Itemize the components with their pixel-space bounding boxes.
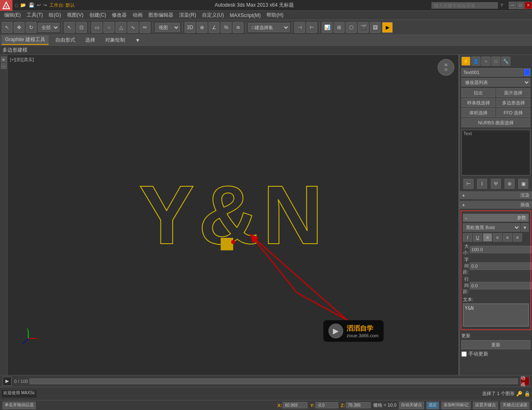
- auto-key-btn[interactable]: 自动关键点: [399, 402, 424, 409]
- menu-customize[interactable]: 自定义(U): [200, 11, 227, 20]
- vol-select-btn[interactable]: 体积选择: [461, 108, 495, 117]
- rect-select[interactable]: ▭: [91, 22, 102, 33]
- paint-tab[interactable]: 对象绘制: [102, 36, 128, 44]
- obj-color-box[interactable]: [524, 69, 530, 76]
- modifier-dropdown[interactable]: 修改器列表: [461, 78, 530, 86]
- play-btn[interactable]: ▶: [2, 377, 12, 386]
- graph-edit[interactable]: 📊: [322, 22, 332, 33]
- menu-group[interactable]: 组(G): [46, 11, 63, 20]
- underline-btn[interactable]: U: [473, 233, 482, 242]
- menu-help[interactable]: 帮助(H): [264, 11, 286, 20]
- render-btn[interactable]: ▶: [382, 22, 393, 33]
- y-coord-input[interactable]: [315, 402, 338, 408]
- lt-btn-2[interactable]: ↔: [1, 63, 7, 69]
- viewport-nav-cube[interactable]: NU: [438, 59, 454, 76]
- tab-utilities[interactable]: 🔧: [501, 57, 510, 66]
- align-btn[interactable]: ⊢: [306, 22, 317, 33]
- search-input[interactable]: [431, 2, 498, 9]
- circle-select[interactable]: ○: [103, 22, 114, 33]
- leading-input[interactable]: [470, 282, 530, 289]
- tab-modify[interactable]: ⚡: [461, 57, 470, 66]
- angle-snap[interactable]: ∠: [209, 22, 219, 33]
- material-editor[interactable]: ⬡: [346, 22, 357, 33]
- patch-select-btn[interactable]: 面片选择: [496, 88, 530, 97]
- render-section-header[interactable]: + 渲染: [460, 191, 532, 199]
- select-tool[interactable]: ↖: [2, 22, 12, 33]
- extrude-btn[interactable]: 拉出: [461, 88, 495, 97]
- help-btn[interactable]: 单击并拖动以选择并移动对象: [2, 402, 36, 409]
- render-frame[interactable]: 🖼: [370, 22, 381, 33]
- menu-render[interactable]: 渲染(R): [177, 11, 199, 20]
- align-justify-btn[interactable]: ≡: [513, 233, 522, 242]
- named-select[interactable]: □建选择集: [248, 23, 290, 32]
- window-cross[interactable]: ⊡: [76, 22, 87, 33]
- align-left-icon[interactable]: ⊢: [463, 179, 473, 189]
- view-dropdown[interactable]: 视图: [155, 23, 180, 32]
- minimize-btn[interactable]: ─: [509, 2, 516, 9]
- font-browser-btn[interactable]: ▼: [521, 223, 529, 232]
- size-input[interactable]: [470, 246, 530, 253]
- interpolation-section-header[interactable]: + 插值: [460, 201, 532, 209]
- paint-select[interactable]: ✏: [140, 22, 150, 33]
- manual-update-checkbox[interactable]: [461, 351, 467, 357]
- snap-3d[interactable]: 3D: [185, 22, 195, 33]
- nurbs-btn[interactable]: NURBS 曲面选择: [461, 118, 530, 127]
- rotate-tool[interactable]: ↻: [26, 22, 37, 33]
- align-center-icon[interactable]: I: [477, 179, 487, 189]
- kerning-input[interactable]: [470, 262, 530, 270]
- lasso-select[interactable]: ∿: [128, 22, 138, 33]
- maximize-btn[interactable]: □: [517, 2, 524, 9]
- more-arrow[interactable]: ▼: [132, 37, 143, 44]
- spinner-snap[interactable]: ≋: [233, 22, 244, 33]
- update-btn[interactable]: 更新: [461, 340, 530, 349]
- menu-grapheditor[interactable]: 图形编辑器: [146, 11, 176, 20]
- render-setup[interactable]: 🎬: [358, 22, 369, 33]
- select-tab[interactable]: 选择: [82, 36, 99, 44]
- text-area-input[interactable]: Y&N: [463, 304, 529, 326]
- align-left-btn[interactable]: ≡: [483, 233, 492, 242]
- tab-motion[interactable]: ○: [481, 57, 490, 66]
- snap-btn[interactable]: ⊕: [197, 22, 207, 33]
- tab-display[interactable]: □: [491, 57, 500, 66]
- freeform-tab[interactable]: 自由形式: [52, 36, 79, 44]
- x-coord-input[interactable]: [283, 402, 308, 408]
- menu-animation[interactable]: 动画: [130, 11, 145, 20]
- close-btn[interactable]: ✕: [525, 2, 532, 9]
- align-right-btn[interactable]: ≡: [503, 233, 512, 242]
- add-time-btn[interactable]: 添加时间标记: [441, 402, 470, 409]
- italic-btn[interactable]: I: [463, 233, 472, 242]
- poly-select-btn[interactable]: 多边形选择: [496, 98, 530, 107]
- save-btn[interactable]: 💾: [28, 2, 35, 8]
- spline-select-btn[interactable]: 样条线选择: [461, 98, 495, 107]
- select-btn[interactable]: 选定: [426, 402, 439, 409]
- menu-maxscript[interactable]: MAXScript(M): [227, 12, 264, 19]
- menu-tools[interactable]: 工具(T): [24, 11, 45, 20]
- tab-hierarchy[interactable]: 👤: [471, 57, 480, 66]
- obj-name-input[interactable]: [461, 68, 523, 77]
- help-icon[interactable]: ?: [500, 3, 503, 8]
- redo-btn[interactable]: ↪: [42, 2, 48, 8]
- timeline-track[interactable]: [30, 378, 518, 384]
- filter-btn[interactable]: 关键点过滤器: [500, 402, 530, 409]
- select-filter[interactable]: ↖: [64, 22, 75, 33]
- move-tool[interactable]: ✥: [14, 22, 25, 33]
- set-key-btn[interactable]: 设置关键点: [473, 402, 498, 409]
- menu-view[interactable]: 视图(V): [64, 11, 86, 20]
- menu-edit[interactable]: 编辑(E): [2, 11, 23, 20]
- menu-modifier[interactable]: 修改器: [109, 11, 129, 20]
- menu-create[interactable]: 创建(C): [87, 11, 109, 20]
- open-btn[interactable]: 📂: [20, 2, 27, 8]
- filter-dropdown[interactable]: 全部: [38, 23, 59, 32]
- schematic[interactable]: ⊞: [334, 22, 345, 33]
- mirror-btn[interactable]: ⊣: [294, 22, 305, 33]
- undo-btn[interactable]: ↩: [36, 2, 42, 8]
- z-coord-input[interactable]: [346, 402, 371, 408]
- viewport[interactable]: [+][前][真实] NU Y&N: [7, 55, 459, 375]
- params-header[interactable]: - 参数: [463, 214, 529, 222]
- justify-icon[interactable]: ⊕: [505, 179, 515, 189]
- graphite-tab[interactable]: Graphite 建模工具: [2, 35, 49, 45]
- lt-btn-1[interactable]: ⊕: [1, 57, 7, 62]
- align-right-icon[interactable]: Ψ: [491, 179, 501, 189]
- font-dropdown[interactable]: 黑欧雅黑 Bold: [463, 223, 520, 232]
- fence-select[interactable]: △: [116, 22, 126, 33]
